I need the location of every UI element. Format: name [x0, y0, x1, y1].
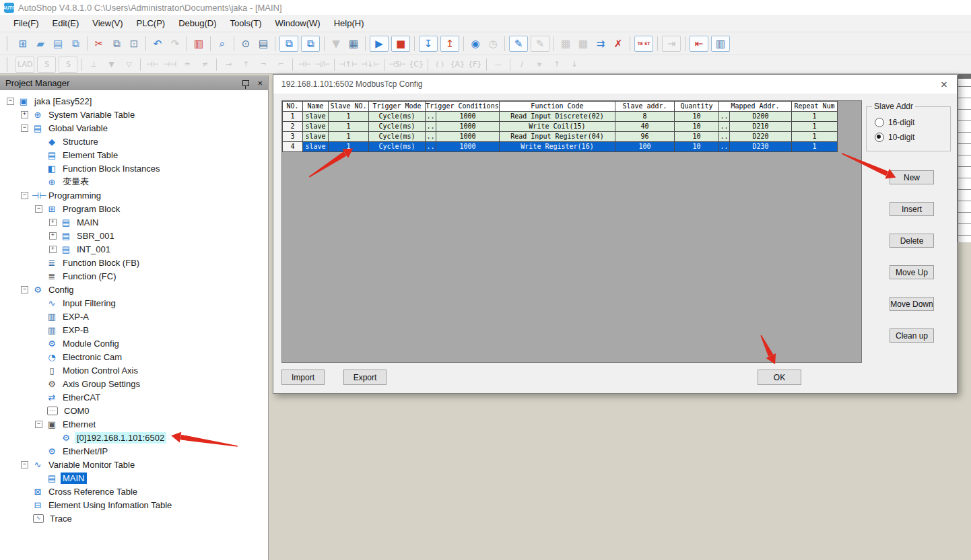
import-button[interactable]: Import: [281, 370, 325, 385]
move-up-button[interactable]: Move Up: [890, 265, 934, 279]
run-button[interactable]: ▶: [370, 36, 389, 52]
cell-r4-c7[interactable]: Write Register(16): [500, 142, 615, 152]
tree-item-element-using-infomation-table[interactable]: ⊟Element Using Infomation Table: [0, 498, 268, 512]
tree-item-system-variable-table[interactable]: +⊕System Variable Table: [0, 108, 268, 121]
cell-r1-c3[interactable]: 1: [329, 112, 369, 122]
delete-network-button[interactable]: ✗: [611, 36, 626, 51]
paste-button[interactable]: ⊡: [127, 36, 141, 51]
cell-r3-c12[interactable]: 1: [792, 132, 838, 142]
cell-r1-c11[interactable]: D200: [730, 112, 792, 122]
cell-r3-c6[interactable]: 1000: [436, 132, 500, 142]
cell-r4-c6[interactable]: 1000: [436, 142, 500, 152]
tree-item-sbr-001[interactable]: +▤SBR_001: [0, 229, 268, 242]
collapse-toggle[interactable]: −: [35, 205, 42, 213]
tree-item-变量表[interactable]: ⊕变量表: [0, 175, 268, 188]
cell-r1-c4[interactable]: Cycle(ms): [369, 112, 426, 122]
cell-r4-c3[interactable]: 1: [329, 142, 369, 152]
menu-plc[interactable]: PLC(P): [130, 15, 172, 31]
cell-r1-c9[interactable]: 10: [675, 112, 719, 122]
tree-item-ethercat[interactable]: ⇄EtherCAT: [0, 390, 268, 404]
new-project-button[interactable]: ⊞: [15, 36, 30, 51]
tree-item-function-block-instances[interactable]: ◧Function Block Instances: [0, 162, 268, 175]
menu-view[interactable]: View(V): [86, 15, 129, 31]
cell-r3-c11[interactable]: D220: [730, 132, 792, 142]
monitor-button[interactable]: ◉: [468, 36, 483, 51]
print-button[interactable]: ▤: [256, 36, 271, 51]
tree-item-module-config[interactable]: ⚙Module Config: [0, 337, 268, 350]
cell-r1-c7[interactable]: Read Input Discrete(02): [500, 112, 615, 122]
panel-close-icon[interactable]: ×: [257, 79, 263, 88]
upload-program-button[interactable]: ↥: [440, 36, 459, 52]
tree-item-structure[interactable]: ◆Structure: [0, 135, 268, 148]
cell-r2-c7[interactable]: Write Coil(15): [500, 122, 615, 132]
expand-toggle[interactable]: +: [21, 111, 28, 118]
tree-item-main[interactable]: ▤MAIN: [0, 471, 268, 485]
tree-item-function-fc[interactable]: ≣Function (FC): [0, 269, 268, 283]
column-header-quantity[interactable]: Quantity: [675, 102, 719, 112]
insert-button[interactable]: Insert: [890, 202, 934, 216]
tree-item-motion-control-axis[interactable]: ▯Motion Control Axis: [0, 363, 268, 377]
copy-button[interactable]: ⧉: [109, 36, 124, 51]
menu-window[interactable]: Window(W): [269, 15, 327, 31]
cell-r4-c4[interactable]: Cycle(ms): [369, 142, 426, 152]
cell-r2-c5[interactable]: ..: [426, 122, 436, 132]
tree-item-com0[interactable]: ⋯COM0: [0, 404, 268, 417]
cell-r2-c8[interactable]: 40: [615, 122, 675, 132]
test-plug-button[interactable]: TE ST: [634, 36, 653, 52]
column-header-trigger-mode[interactable]: Trigger Mode: [369, 102, 426, 112]
cell-r4-c12[interactable]: 1: [792, 142, 838, 152]
cell-r3-c7[interactable]: Read Input Register(04): [500, 132, 615, 142]
radio-16-digit[interactable]: 16-digit: [875, 118, 945, 127]
menu-tools[interactable]: Tools(T): [224, 15, 269, 31]
tree-item-ethernet-ip[interactable]: ⚙EtherNet/IP: [0, 444, 268, 458]
cell-r2-c9[interactable]: 10: [675, 122, 719, 132]
cell-r2-c11[interactable]: D210: [730, 122, 792, 132]
tree-item-exp-b[interactable]: ▥EXP-B: [0, 323, 268, 337]
tree-item-int-001[interactable]: +▤INT_001: [0, 242, 268, 256]
tree-item-config[interactable]: −⚙Config: [0, 283, 268, 296]
cell-r4-c5[interactable]: ..: [426, 142, 436, 152]
tree-item-trace[interactable]: ∿Trace: [0, 512, 268, 525]
collapse-toggle[interactable]: −: [21, 192, 28, 199]
window-cascade-button[interactable]: ⧉: [279, 36, 298, 52]
save-button[interactable]: ▤: [51, 36, 65, 51]
cell-r3-c1[interactable]: 3: [283, 132, 303, 142]
download-program-button[interactable]: ↧: [419, 36, 438, 52]
column-header-repeat-num[interactable]: Repeat Num: [792, 102, 838, 112]
cell-r2-c1[interactable]: 2: [283, 122, 303, 132]
tree-item-element-table[interactable]: ▤Element Table: [0, 148, 268, 162]
cell-r3-c8[interactable]: 96: [615, 132, 675, 142]
cell-r2-c4[interactable]: Cycle(ms): [369, 122, 426, 132]
menu-file[interactable]: File(F): [7, 15, 46, 31]
delete-button[interactable]: Delete: [890, 234, 934, 248]
radio-10-digit[interactable]: 10-digit: [875, 133, 945, 142]
cell-r1-c10[interactable]: ..: [719, 112, 730, 122]
save-all-button[interactable]: ⧉: [68, 36, 83, 51]
column-header-slave-addr[interactable]: Slave addr.: [615, 102, 675, 112]
menu-debug[interactable]: Debug(D): [172, 15, 223, 31]
cut-button[interactable]: ✂: [92, 36, 106, 51]
cell-r4-c11[interactable]: D230: [730, 142, 792, 152]
column-header-mapped-addr[interactable]: Mapped Addr.: [719, 102, 792, 112]
window-export-button[interactable]: ⧉: [301, 36, 320, 52]
tree-item-programming[interactable]: −⊣⊢Programming: [0, 188, 268, 202]
cell-r2-c12[interactable]: 1: [792, 122, 838, 132]
cell-r4-c10[interactable]: ..: [719, 142, 730, 152]
cell-r4-c1[interactable]: 4: [283, 142, 303, 152]
tree-item-function-block-fb[interactable]: ≣Function Block (FB): [0, 256, 268, 269]
column-header-name[interactable]: Name: [303, 102, 329, 112]
collapse-toggle[interactable]: −: [21, 461, 28, 468]
tree-item-exp-a[interactable]: ▥EXP-A: [0, 310, 268, 323]
column-header-slave-no[interactable]: Slave NO.: [329, 102, 369, 112]
cell-r1-c2[interactable]: slave: [303, 112, 329, 122]
cell-r3-c4[interactable]: Cycle(ms): [369, 132, 426, 142]
tree-item-0-192-168-1-101-6502[interactable]: ⚙[0]192.168.1.101:6502: [0, 431, 268, 444]
write-mode-button[interactable]: ✎: [509, 36, 528, 52]
collapse-toggle[interactable]: −: [35, 421, 42, 428]
tree-item-program-block[interactable]: −⊞Program Block: [0, 202, 268, 215]
cell-r3-c9[interactable]: 10: [675, 132, 719, 142]
cell-r2-c2[interactable]: slave: [303, 122, 329, 132]
cell-r4-c2[interactable]: slave: [303, 142, 329, 152]
cell-r1-c8[interactable]: 8: [615, 112, 675, 122]
cell-r4-c8[interactable]: 100: [615, 142, 675, 152]
